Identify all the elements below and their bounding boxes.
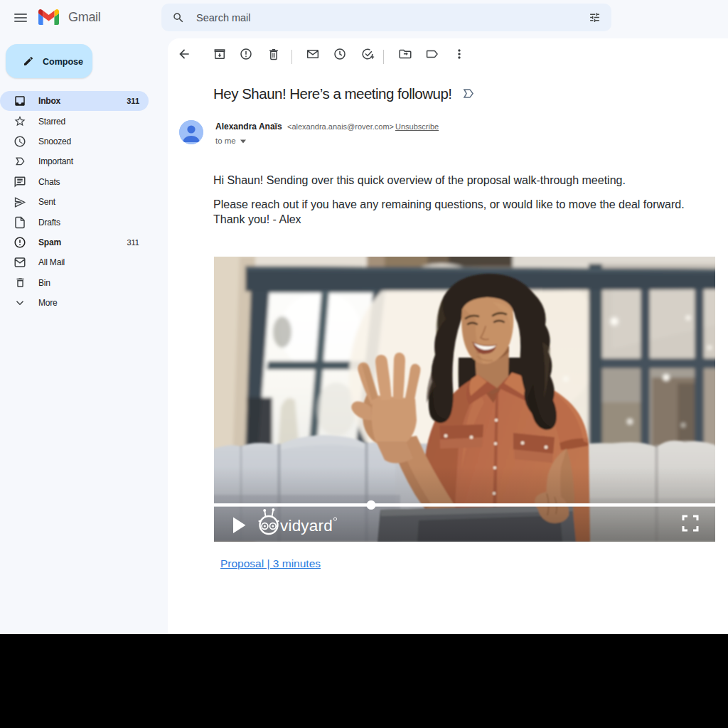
svg-text:vidyard: vidyard <box>280 517 333 535</box>
